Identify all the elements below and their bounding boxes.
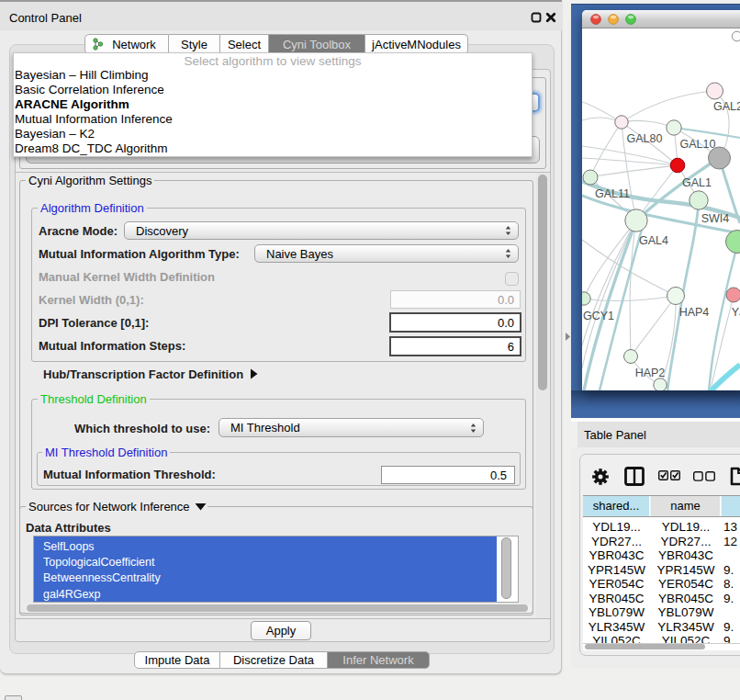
svg-text:GAL4: GAL4 — [639, 234, 668, 247]
svg-text:GAL2: GAL2 — [713, 100, 740, 113]
svg-text:YJ: YJ — [732, 306, 740, 319]
svg-text:GCY1: GCY1 — [583, 310, 614, 322]
svg-text:HAP2: HAP2 — [635, 367, 666, 379]
svg-text:GAL80: GAL80 — [627, 132, 663, 145]
svg-text:GAL1: GAL1 — [682, 176, 712, 189]
svg-text:GAL11: GAL11 — [595, 187, 630, 200]
svg-text:HAP4: HAP4 — [679, 306, 710, 319]
svg-text:SWI4: SWI4 — [701, 212, 730, 225]
svg-text:GAL10: GAL10 — [680, 138, 716, 151]
